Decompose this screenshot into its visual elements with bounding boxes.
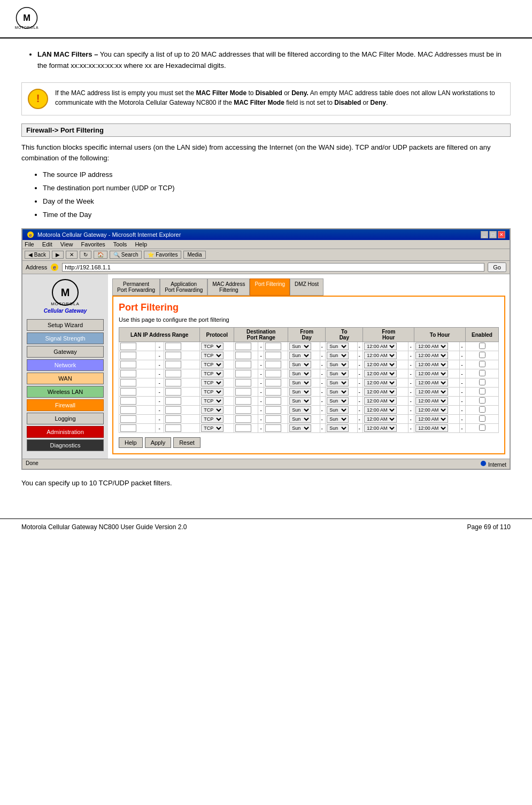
- lan-ip-from-input-5[interactable]: [120, 388, 136, 396]
- lan-ip-from-input-1[interactable]: [120, 352, 136, 359]
- lan-ip-to-input-6[interactable]: [165, 397, 181, 405]
- from-hour-select-3[interactable]: 12:00 AM1:00 AM2:00 AM3:00 AM4:00 AM5:00…: [364, 370, 397, 377]
- lan-ip-from-input-2[interactable]: [120, 361, 136, 368]
- from-day-select-0[interactable]: SunMonTueWedThuFriSat: [289, 343, 311, 350]
- from-day-select-1[interactable]: SunMonTueWedThuFriSat: [289, 352, 311, 359]
- dest-port-to-1[interactable]: [265, 352, 281, 359]
- sidebar-item-administration[interactable]: Administration: [27, 426, 104, 438]
- apply-button[interactable]: Apply: [145, 437, 172, 448]
- from-hour-select-2[interactable]: 12:00 AM1:00 AM2:00 AM3:00 AM4:00 AM5:00…: [364, 361, 397, 368]
- lan-ip-to-input-3[interactable]: [165, 370, 181, 377]
- enabled-checkbox-1[interactable]: [479, 352, 485, 358]
- from-hour-select-9[interactable]: 12:00 AM1:00 AM2:00 AM3:00 AM4:00 AM5:00…: [364, 424, 397, 432]
- lan-ip-to-input-2[interactable]: [165, 361, 181, 368]
- enabled-checkbox-3[interactable]: [479, 370, 485, 376]
- lan-ip-to-input-8[interactable]: [165, 415, 181, 423]
- lan-ip-from-input-9[interactable]: [120, 424, 136, 432]
- to-hour-select-4[interactable]: 12:00 AM1:00 AM2:00 AM3:00 AM4:00 AM5:00…: [415, 379, 448, 386]
- protocol-select-8[interactable]: TCPUDPBoth: [201, 415, 223, 423]
- dest-port-from-7[interactable]: [235, 406, 251, 414]
- dest-port-from-3[interactable]: [235, 370, 251, 377]
- dest-port-to-6[interactable]: [265, 397, 281, 405]
- sidebar-item-diagnostics[interactable]: Diagnostics: [27, 439, 104, 451]
- dest-port-from-8[interactable]: [235, 415, 251, 423]
- protocol-select-9[interactable]: TCPUDPBoth: [201, 424, 223, 432]
- media-button[interactable]: Media: [183, 251, 205, 259]
- protocol-select-7[interactable]: TCPUDPBoth: [201, 406, 223, 414]
- menu-tools[interactable]: Tools: [113, 241, 127, 247]
- from-day-select-6[interactable]: SunMonTueWedThuFriSat: [289, 397, 311, 405]
- dest-port-from-1[interactable]: [235, 352, 251, 359]
- to-hour-select-1[interactable]: 12:00 AM1:00 AM2:00 AM3:00 AM4:00 AM5:00…: [415, 352, 448, 359]
- go-button[interactable]: Go: [488, 262, 506, 272]
- close-button[interactable]: ✕: [498, 231, 505, 238]
- browser-controls[interactable]: _ □ ✕: [481, 231, 505, 238]
- dest-port-from-5[interactable]: [235, 388, 251, 396]
- menu-file[interactable]: File: [25, 241, 34, 247]
- sidebar-item-signal-strength[interactable]: Signal Strength: [27, 332, 104, 344]
- dest-port-to-7[interactable]: [265, 406, 281, 414]
- dest-port-from-9[interactable]: [235, 424, 251, 432]
- lan-ip-to-input-1[interactable]: [165, 352, 181, 359]
- back-button[interactable]: ◀ Back: [25, 251, 50, 259]
- tab-application-port-forwarding[interactable]: ApplicationPort Forwarding: [160, 278, 207, 296]
- from-hour-select-1[interactable]: 12:00 AM1:00 AM2:00 AM3:00 AM4:00 AM5:00…: [364, 352, 397, 359]
- lan-ip-to-input-5[interactable]: [165, 388, 181, 396]
- maximize-button[interactable]: □: [489, 231, 497, 238]
- dest-port-to-0[interactable]: [265, 343, 281, 350]
- lan-ip-from-input-8[interactable]: [120, 415, 136, 423]
- to-hour-select-0[interactable]: 12:00 AM1:00 AM2:00 AM3:00 AM4:00 AM5:00…: [415, 343, 448, 350]
- menu-view[interactable]: View: [60, 241, 73, 247]
- from-day-select-8[interactable]: SunMonTueWedThuFriSat: [289, 415, 311, 423]
- sidebar-item-wireless-lan[interactable]: Wireless LAN: [27, 386, 104, 398]
- lan-ip-to-input-9[interactable]: [165, 424, 181, 432]
- dest-port-from-0[interactable]: [235, 343, 251, 350]
- from-hour-select-5[interactable]: 12:00 AM1:00 AM2:00 AM3:00 AM4:00 AM5:00…: [364, 388, 397, 396]
- protocol-select-5[interactable]: TCPUDPBoth: [201, 388, 223, 396]
- dest-port-to-5[interactable]: [265, 388, 281, 396]
- protocol-select-4[interactable]: TCPUDPBoth: [201, 379, 223, 386]
- dest-port-from-4[interactable]: [235, 379, 251, 386]
- favorites-button[interactable]: ⭐ Favorites: [144, 251, 181, 259]
- to-day-select-8[interactable]: SunMonTueWedThuFriSat: [327, 415, 349, 423]
- sidebar-item-logging[interactable]: Logging: [27, 413, 104, 424]
- sidebar-item-setup-wizard[interactable]: Setup Wizard: [27, 319, 104, 331]
- tab-permanent-port-forwarding[interactable]: PermanentPort Forwarding: [112, 278, 160, 296]
- dest-port-to-8[interactable]: [265, 415, 281, 423]
- refresh-button[interactable]: ↻: [80, 251, 91, 259]
- protocol-select-3[interactable]: TCPUDPBoth: [201, 370, 223, 377]
- sidebar-item-gateway[interactable]: Gateway: [27, 346, 104, 358]
- to-day-select-0[interactable]: SunMonTueWedThuFriSat: [327, 343, 349, 350]
- from-hour-select-7[interactable]: 12:00 AM1:00 AM2:00 AM3:00 AM4:00 AM5:00…: [364, 406, 397, 414]
- to-hour-select-6[interactable]: 12:00 AM1:00 AM2:00 AM3:00 AM4:00 AM5:00…: [415, 397, 448, 405]
- lan-ip-to-input-7[interactable]: [165, 406, 181, 414]
- minimize-button[interactable]: _: [481, 231, 488, 238]
- dest-port-to-2[interactable]: [265, 361, 281, 368]
- to-hour-select-3[interactable]: 12:00 AM1:00 AM2:00 AM3:00 AM4:00 AM5:00…: [415, 370, 448, 377]
- lan-ip-from-input-0[interactable]: [120, 343, 136, 350]
- to-day-select-3[interactable]: SunMonTueWedThuFriSat: [327, 370, 349, 377]
- dest-port-to-3[interactable]: [265, 370, 281, 377]
- enabled-checkbox-9[interactable]: [479, 424, 485, 431]
- lan-ip-from-input-4[interactable]: [120, 379, 136, 386]
- dest-port-to-4[interactable]: [265, 379, 281, 386]
- to-hour-select-8[interactable]: 12:00 AM1:00 AM2:00 AM3:00 AM4:00 AM5:00…: [415, 415, 448, 423]
- sidebar-item-network[interactable]: Network: [27, 359, 104, 371]
- tab-port-filtering[interactable]: Port Filtering: [250, 278, 290, 296]
- to-day-select-5[interactable]: SunMonTueWedThuFriSat: [327, 388, 349, 396]
- lan-ip-from-input-3[interactable]: [120, 370, 136, 377]
- enabled-checkbox-7[interactable]: [479, 406, 485, 413]
- enabled-checkbox-2[interactable]: [479, 361, 485, 367]
- protocol-select-6[interactable]: TCPUDPBoth: [201, 397, 223, 405]
- dest-port-from-2[interactable]: [235, 361, 251, 368]
- from-hour-select-6[interactable]: 12:00 AM1:00 AM2:00 AM3:00 AM4:00 AM5:00…: [364, 397, 397, 405]
- lan-ip-to-input-0[interactable]: [165, 343, 181, 350]
- sidebar-item-wan[interactable]: WAN: [27, 373, 104, 384]
- dest-port-from-6[interactable]: [235, 397, 251, 405]
- tab-dmz-host[interactable]: DMZ Host: [290, 278, 323, 296]
- to-day-select-1[interactable]: SunMonTueWedThuFriSat: [327, 352, 349, 359]
- from-day-select-9[interactable]: SunMonTueWedThuFriSat: [289, 424, 311, 432]
- to-hour-select-2[interactable]: 12:00 AM1:00 AM2:00 AM3:00 AM4:00 AM5:00…: [415, 361, 448, 368]
- tab-mac-address-filtering[interactable]: MAC AddressFiltering: [207, 278, 250, 296]
- lan-ip-from-input-6[interactable]: [120, 397, 136, 405]
